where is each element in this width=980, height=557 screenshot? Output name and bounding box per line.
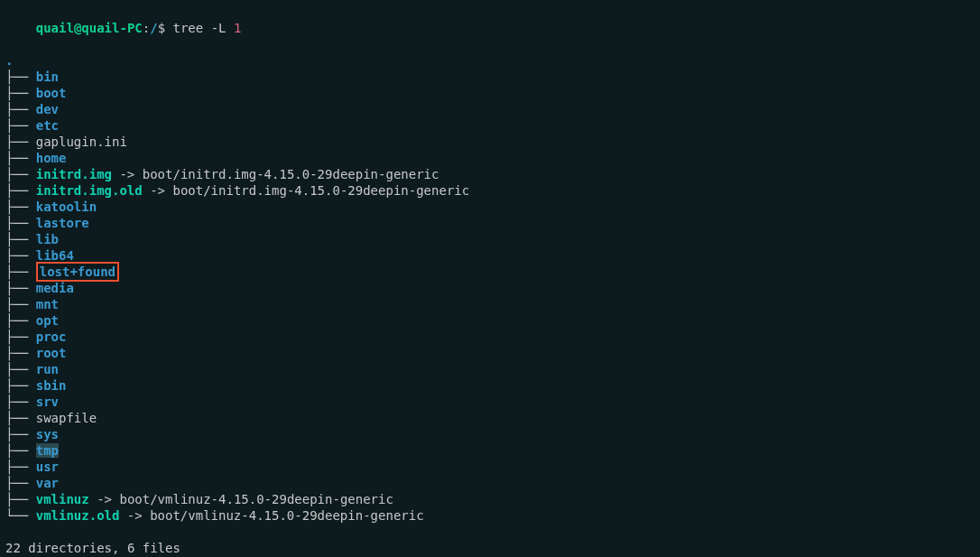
tree-branch-icon: ├──: [5, 281, 36, 295]
symlink-arrow-icon: ->: [119, 508, 150, 523]
tree-branch-icon: ├──: [5, 492, 36, 506]
tree-branch-icon: ├──: [5, 135, 36, 149]
summary-line: 22 directories, 6 files: [5, 540, 975, 556]
entry-name: vmlinuz: [36, 492, 89, 506]
command: tree -L: [165, 21, 234, 35]
entry-name: lost+found: [40, 265, 116, 279]
entry-name: gaplugin.ini: [36, 135, 127, 149]
tree-entry: ├── lastore: [5, 215, 975, 231]
tree-branch-icon: ├──: [5, 443, 36, 458]
tree-branch-icon: ├──: [5, 118, 36, 133]
entry-name: lastore: [36, 216, 89, 230]
tree-entry: ├── initrd.img.old -> boot/initrd.img-4.…: [5, 182, 975, 199]
tree-listing: ├── bin├── boot├── dev├── etc├── gaplugi…: [5, 69, 975, 524]
highlight-box: lost+found: [36, 262, 119, 282]
tree-branch-icon: ├──: [5, 167, 36, 181]
tree-branch-icon: ├──: [5, 346, 36, 360]
tree-branch-icon: ├──: [5, 297, 36, 311]
tree-entry: ├── var: [5, 475, 975, 491]
command-arg: 1: [234, 21, 241, 35]
tree-entry: ├── boot: [5, 85, 975, 101]
entry-name: srv: [36, 395, 59, 409]
entry-name: vmlinuz.old: [36, 508, 120, 523]
tree-branch-icon: ├──: [5, 70, 36, 84]
symlink-target: boot/initrd.img-4.15.0-29deepin-generic: [172, 183, 469, 198]
entry-name: run: [36, 362, 59, 376]
tree-entry: ├── run: [5, 361, 975, 377]
tree-entry: ├── opt: [5, 312, 975, 329]
entry-name: proc: [36, 330, 67, 344]
tree-branch-icon: ├──: [5, 183, 36, 198]
tree-entry: ├── bin: [5, 69, 975, 85]
tree-branch-icon: └──: [5, 508, 36, 523]
tree-entry: ├── tmp: [5, 442, 975, 459]
tree-branch-icon: ├──: [5, 460, 36, 474]
tree-branch-icon: ├──: [5, 313, 36, 328]
terminal-output[interactable]: quail@quail-PC:/$ tree -L 1 . ├── bin├──…: [5, 4, 975, 557]
prompt-dollar: $: [158, 21, 165, 35]
tree-entry: ├── srv: [5, 394, 975, 410]
tree-branch-icon: ├──: [5, 102, 36, 116]
symlink-arrow-icon: ->: [89, 492, 120, 506]
entry-name: home: [36, 151, 67, 165]
entry-name: initrd.img.old: [36, 183, 143, 198]
tree-branch-icon: ├──: [5, 330, 36, 344]
entry-name: initrd.img: [36, 167, 112, 181]
tree-entry: ├── lib64: [5, 247, 975, 264]
tree-entry: ├── gaplugin.ini: [5, 134, 975, 150]
tree-entry: ├── usr: [5, 459, 975, 475]
tree-entry: ├── vmlinuz -> boot/vmlinuz-4.15.0-29dee…: [5, 491, 975, 507]
tree-entry: ├── sbin: [5, 377, 975, 394]
entry-name: tmp: [36, 443, 59, 458]
tree-entry: ├── initrd.img -> boot/initrd.img-4.15.0…: [5, 166, 975, 182]
entry-name: boot: [36, 86, 67, 100]
tree-entry: ├── sys: [5, 426, 975, 442]
prompt-host: quail-PC: [81, 21, 142, 35]
tree-branch-icon: ├──: [5, 362, 36, 376]
entry-name: root: [36, 346, 67, 360]
tree-entry: ├── mnt: [5, 296, 975, 312]
tree-entry: ├── etc: [5, 117, 975, 134]
tree-branch-icon: ├──: [5, 200, 36, 214]
tree-branch-icon: ├──: [5, 151, 36, 165]
tree-branch-icon: ├──: [5, 265, 36, 279]
symlink-arrow-icon: ->: [112, 167, 143, 181]
tree-entry: ├── root: [5, 345, 975, 361]
tree-branch-icon: ├──: [5, 378, 36, 393]
tree-entry: ├── lost+found: [5, 264, 975, 280]
tree-entry: └── vmlinuz.old -> boot/vmlinuz-4.15.0-2…: [5, 507, 975, 524]
tree-entry: ├── dev: [5, 101, 975, 117]
entry-name: sbin: [36, 378, 67, 393]
symlink-target: boot/vmlinuz-4.15.0-29deepin-generic: [150, 508, 423, 523]
tree-branch-icon: ├──: [5, 427, 36, 441]
tree-branch-icon: ├──: [5, 216, 36, 230]
prompt-colon: :: [143, 21, 150, 35]
tree-branch-icon: ├──: [5, 411, 36, 425]
prompt-user: quail: [36, 21, 74, 35]
tree-entry: ├── media: [5, 280, 975, 296]
blank-line: [5, 524, 975, 540]
entry-name: var: [36, 476, 59, 490]
tree-branch-icon: ├──: [5, 395, 36, 409]
symlink-target: boot/initrd.img-4.15.0-29deepin-generic: [143, 167, 439, 181]
entry-name: katoolin: [36, 200, 97, 214]
entry-name: usr: [36, 460, 59, 474]
tree-branch-icon: ├──: [5, 232, 36, 246]
entry-name: mnt: [36, 297, 59, 311]
entry-name: lib64: [36, 248, 74, 263]
symlink-target: boot/vmlinuz-4.15.0-29deepin-generic: [119, 492, 393, 506]
entry-name: bin: [36, 70, 59, 84]
symlink-arrow-icon: ->: [143, 183, 173, 198]
tree-entry: ├── katoolin: [5, 199, 975, 215]
entry-name: etc: [36, 118, 59, 133]
entry-name: sys: [36, 427, 59, 441]
prompt-path: /: [150, 21, 157, 35]
tree-entry: ├── home: [5, 150, 975, 166]
entry-name: lib: [36, 232, 59, 246]
tree-branch-icon: ├──: [5, 248, 36, 263]
entry-name: dev: [36, 102, 59, 116]
entry-name: media: [36, 281, 74, 295]
entry-name: swapfile: [36, 411, 97, 425]
tree-entry: ├── lib: [5, 231, 975, 247]
entry-name: opt: [36, 313, 59, 328]
